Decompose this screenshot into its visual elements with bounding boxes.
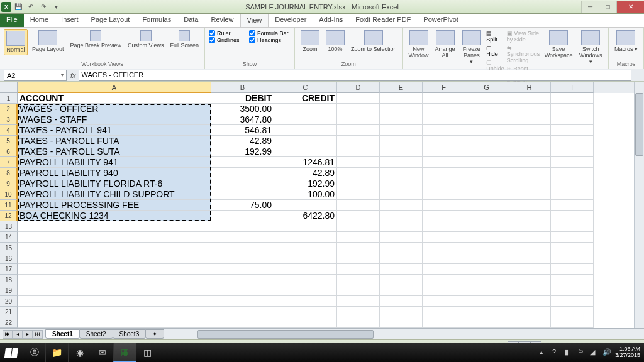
cell-H21[interactable] [508, 307, 551, 317]
row-header-9[interactable]: 9 [0, 178, 18, 189]
row-header-3[interactable]: 3 [0, 114, 18, 125]
ribbon-tab-view[interactable]: View [240, 14, 269, 27]
row-header-8[interactable]: 8 [0, 168, 18, 178]
cell-H4[interactable] [508, 125, 551, 136]
insert-sheet-button[interactable]: ✦ [145, 329, 164, 339]
cell-E16[interactable] [380, 253, 423, 264]
col-header-D[interactable]: D [337, 82, 380, 93]
cell-I12[interactable] [551, 211, 594, 221]
row-header-14[interactable]: 14 [0, 232, 18, 243]
ribbon-tab-developer[interactable]: Developer [269, 14, 313, 27]
cell-B19[interactable] [211, 285, 274, 296]
cell-F17[interactable] [423, 264, 465, 275]
cell-I7[interactable] [551, 157, 594, 168]
formula-input[interactable]: WAGES - OFFICER [79, 70, 631, 81]
row-header-4[interactable]: 4 [0, 125, 18, 136]
cell-E21[interactable] [380, 307, 423, 317]
cell-F21[interactable] [423, 307, 465, 317]
maximize-button[interactable]: □ [599, 1, 616, 13]
ribbon-tab-foxit-reader-pdf[interactable]: Foxit Reader PDF [349, 14, 417, 27]
cell-F9[interactable] [423, 178, 465, 189]
cell-D19[interactable] [337, 285, 380, 296]
cell-E7[interactable] [380, 157, 423, 168]
cell-G19[interactable] [465, 285, 508, 296]
cell-E22[interactable] [380, 317, 423, 328]
cell-C1[interactable]: CREDIT [274, 93, 337, 104]
headings-checkbox[interactable]: Headings [249, 37, 289, 43]
cell-F18[interactable] [423, 275, 465, 285]
cell-G22[interactable] [465, 317, 508, 328]
cell-B1[interactable]: DEBIT [211, 93, 274, 104]
cell-B10[interactable] [211, 189, 274, 200]
col-header-A[interactable]: A [18, 82, 211, 93]
cell-D10[interactable] [337, 189, 380, 200]
cell-C16[interactable] [274, 253, 337, 264]
cell-A14[interactable] [18, 232, 211, 243]
cell-A3[interactable]: WAGES - STAFF [18, 114, 211, 125]
cell-E20[interactable] [380, 296, 423, 307]
cell-A8[interactable]: PAYROLL LIABILITY 940 [18, 168, 211, 178]
cell-B16[interactable] [211, 253, 274, 264]
cell-H18[interactable] [508, 275, 551, 285]
save-workspace-button[interactable]: Save Workspace [543, 29, 575, 60]
sheet-nav-next[interactable]: ▸ [23, 330, 33, 339]
cell-I4[interactable] [551, 125, 594, 136]
col-header-E[interactable]: E [380, 82, 423, 93]
row-header-10[interactable]: 10 [0, 189, 18, 200]
cell-C4[interactable] [274, 125, 337, 136]
cell-C12[interactable]: 6422.80 [274, 211, 337, 221]
cell-I10[interactable] [551, 189, 594, 200]
cell-A16[interactable] [18, 253, 211, 264]
ribbon-tab-powerpivot[interactable]: PowerPivot [417, 14, 465, 27]
cell-F11[interactable] [423, 200, 465, 211]
ribbon-tab-page-layout[interactable]: Page Layout [85, 14, 136, 27]
cell-H13[interactable] [508, 221, 551, 232]
cell-F12[interactable] [423, 211, 465, 221]
sheet-tab-sheet1[interactable]: Sheet1 [45, 329, 80, 339]
cell-F14[interactable] [423, 232, 465, 243]
cell-D9[interactable] [337, 178, 380, 189]
tray-network-icon[interactable]: ▮ [565, 348, 574, 357]
cell-B15[interactable] [211, 243, 274, 253]
cell-C8[interactable]: 42.89 [274, 168, 337, 178]
cell-H2[interactable] [508, 104, 551, 114]
qat-customize-icon[interactable]: ▾ [50, 1, 62, 13]
cell-D14[interactable] [337, 232, 380, 243]
cell-D15[interactable] [337, 243, 380, 253]
cell-B13[interactable] [211, 221, 274, 232]
cell-F16[interactable] [423, 253, 465, 264]
cell-D4[interactable] [337, 125, 380, 136]
spreadsheet-grid[interactable]: ABCDEFGHI 123456789101112131415161718192… [0, 82, 644, 328]
cell-I17[interactable] [551, 264, 594, 275]
cell-G14[interactable] [465, 232, 508, 243]
cell-H17[interactable] [508, 264, 551, 275]
cell-F2[interactable] [423, 104, 465, 114]
hide-button[interactable]: ▢ Hide [486, 45, 504, 57]
row-header-1[interactable]: 1 [0, 93, 18, 104]
cell-A13[interactable] [18, 221, 211, 232]
row-header-13[interactable]: 13 [0, 221, 18, 232]
cell-B8[interactable] [211, 168, 274, 178]
cell-G3[interactable] [465, 114, 508, 125]
minimize-button[interactable]: ─ [581, 1, 599, 13]
cell-C21[interactable] [274, 307, 337, 317]
cell-B21[interactable] [211, 307, 274, 317]
cell-E11[interactable] [380, 200, 423, 211]
cell-D5[interactable] [337, 136, 380, 146]
cell-H6[interactable] [508, 146, 551, 157]
cell-C19[interactable] [274, 285, 337, 296]
cell-G11[interactable] [465, 200, 508, 211]
cell-G5[interactable] [465, 136, 508, 146]
sheet-nav-last[interactable]: ⏭ [33, 330, 43, 339]
row-header-20[interactable]: 20 [0, 296, 18, 307]
cell-A6[interactable]: TAXES - PAYROLL SUTA [18, 146, 211, 157]
split-button[interactable]: ▤ Split [486, 30, 504, 43]
cell-I22[interactable] [551, 317, 594, 328]
cell-I13[interactable] [551, 221, 594, 232]
new-window-button[interactable]: New Window [407, 29, 431, 60]
cell-E12[interactable] [380, 211, 423, 221]
cell-B6[interactable]: 192.99 [211, 146, 274, 157]
cell-G7[interactable] [465, 157, 508, 168]
cell-B20[interactable] [211, 296, 274, 307]
cell-F22[interactable] [423, 317, 465, 328]
